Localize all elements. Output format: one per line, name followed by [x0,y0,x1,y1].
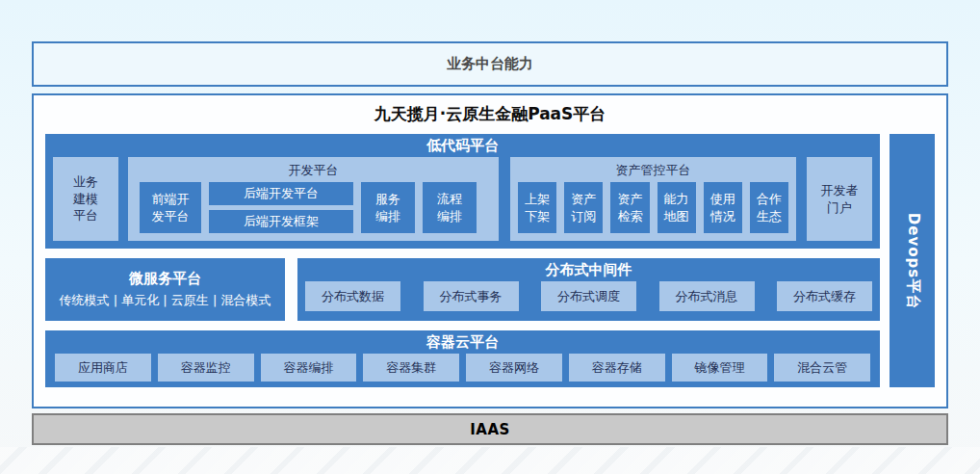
container-cloud-title: 容器云平台 [45,330,880,354]
cc-item-hybrid-cloud: 混合云管 [774,354,870,382]
dev-platform-title: 开发平台 [128,157,499,182]
asset-item-capability-map: 能力 地图 [658,182,696,233]
distributed-middleware-title: 分布式中间件 [297,258,880,281]
middle-row: 微服务平台 传统模式 | 单元化 | 云原生 | 混合模式 分布式中间件 分布式… [45,258,880,321]
devops-platform-label: Devops平台 [903,212,921,308]
low-code-platform-title: 低代码平台 [45,134,880,157]
asset-mgmt-title: 资产管控平台 [510,157,796,182]
banner-label: 业务中台能力 [447,55,533,73]
asset-mgmt-row: 上架 下架 资产 订阅 资产 检索 能力 地图 使用 情况 合作 生态 [510,182,796,241]
container-cloud-row: 应用商店 容器监控 容器编排 容器集群 容器网络 容器存储 镜像管理 混合云管 [45,354,880,382]
iaas-label: IAAS [470,421,510,438]
process-orchestration-box: 流程 编排 [423,182,477,233]
cc-item-storage: 容器存储 [569,354,665,382]
asset-item-search: 资产 检索 [610,182,649,233]
business-modeling-box: 业务 建模 平台 [53,157,118,241]
backend-framework-box: 后端开发框架 [209,210,353,233]
asset-item-shelf: 上架 下架 [518,182,556,233]
asset-item-ecosystem: 合作 生态 [750,182,788,233]
middleware-item-message: 分布式消息 [659,281,755,311]
asset-item-subscribe: 资产 订阅 [564,182,603,233]
container-cloud-band: 容器云平台 应用商店 容器监控 容器编排 容器集群 容器网络 容器存储 镜像管理… [45,330,880,387]
low-code-row: 业务 建模 平台 开发平台 前端开 发平台 后端开发平台 后端开发框架 服务 编… [45,157,880,241]
platform-title: 九天揽月·云原生金融PaaS平台 [45,99,935,128]
cc-item-image-mgmt: 镜像管理 [672,354,768,382]
middleware-item-data: 分布式数据 [305,281,400,311]
iaas-bar: IAAS [32,413,948,445]
cc-item-monitoring: 容器监控 [158,354,254,382]
middleware-item-transaction: 分布式事务 [424,281,519,311]
cc-item-network: 容器网络 [466,354,562,382]
distributed-middleware-band: 分布式中间件 分布式数据 分布式事务 分布式调度 分布式消息 分布式缓存 [297,258,880,321]
cc-item-orchestration: 容器编排 [261,354,357,382]
devops-platform-bar: Devops平台 [890,134,935,387]
microservice-platform-box: 微服务平台 传统模式 | 单元化 | 云原生 | 混合模式 [45,258,285,321]
dev-platform-row: 前端开 发平台 后端开发平台 后端开发框架 服务 编排 流程 编排 [128,182,499,241]
service-orchestration-box: 服务 编排 [361,182,415,233]
cc-item-cluster: 容器集群 [363,354,459,382]
microservice-title: 微服务平台 [129,270,201,288]
dev-platform-container: 开发平台 前端开 发平台 后端开发平台 后端开发框架 服务 编排 流程 编排 [128,157,499,241]
frontend-dev-box: 前端开 发平台 [140,182,201,233]
platform-content: 低代码平台 业务 建模 平台 开发平台 前端开 发平台 后端开发平台 后端开发框… [45,134,935,387]
cc-item-app-store: 应用商店 [55,354,151,382]
microservice-modes: 传统模式 | 单元化 | 云原生 | 混合模式 [60,292,271,309]
business-midplatform-banner: 业务中台能力 [32,41,948,87]
paas-platform-panel: 九天揽月·云原生金融PaaS平台 低代码平台 业务 建模 平台 开发平台 前端开… [32,93,948,408]
low-code-platform-band: 低代码平台 业务 建模 平台 开发平台 前端开 发平台 后端开发平台 后端开发框… [45,134,880,249]
backend-platform-box: 后端开发平台 [209,182,353,205]
backend-stack: 后端开发平台 后端开发框架 [209,182,353,233]
asset-item-usage: 使用 情况 [704,182,742,233]
middleware-item-cache: 分布式缓存 [777,281,872,311]
developer-portal-box: 开发者 门户 [807,157,872,241]
middleware-item-scheduling: 分布式调度 [541,281,636,311]
asset-mgmt-container: 资产管控平台 上架 下架 资产 订阅 资产 检索 能力 地图 使用 情况 合作 … [510,157,796,241]
platform-left-column: 低代码平台 业务 建模 平台 开发平台 前端开 发平台 后端开发平台 后端开发框… [45,134,880,387]
distributed-middleware-row: 分布式数据 分布式事务 分布式调度 分布式消息 分布式缓存 [297,281,880,311]
